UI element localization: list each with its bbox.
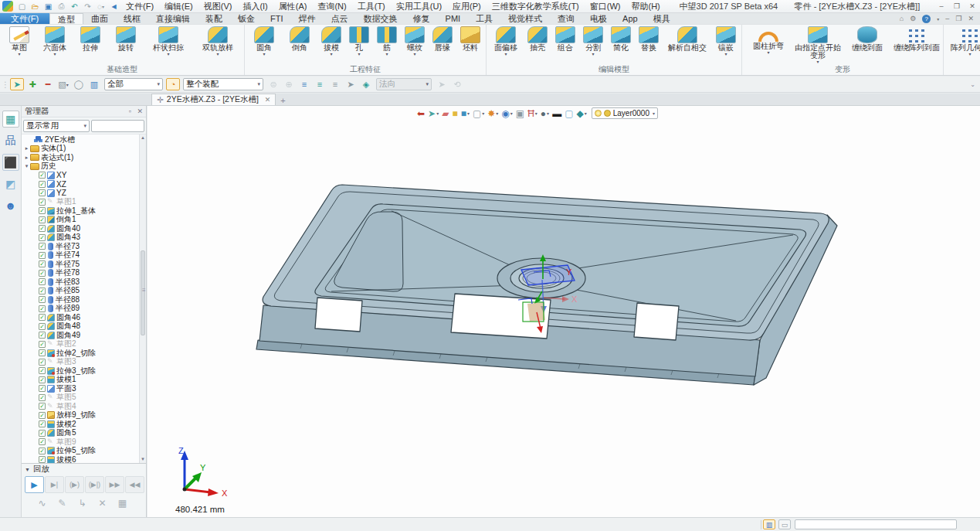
- ribbon-tab-修复[interactable]: 修复: [405, 13, 438, 24]
- dropdown-arrow-icon[interactable]: ▾: [167, 52, 169, 57]
- dropdown-arrow-icon[interactable]: ▾: [767, 50, 769, 56]
- ribbon-button-缠绕阵列到面[interactable]: 缠绕阵列到面: [892, 26, 941, 65]
- filter-combo[interactable]: 全部▾: [104, 78, 163, 90]
- ribbon-tab-钣金[interactable]: 钣金: [230, 13, 263, 24]
- ribbon-button-草图[interactable]: 草图▾: [2, 26, 37, 65]
- visibility-checkbox[interactable]: ✓: [39, 448, 46, 454]
- visibility-checkbox[interactable]: ✓: [39, 349, 46, 356]
- tree-item-XZ[interactable]: ✓XZ: [22, 180, 139, 189]
- dropdown-arrow-icon[interactable]: ▾: [504, 52, 507, 57]
- tree-expand-icon[interactable]: ▾: [23, 163, 30, 169]
- menu-应用(P)[interactable]: 应用(P): [447, 0, 487, 13]
- collapse-panel-icon[interactable]: ▭: [778, 519, 791, 529]
- minimize-button[interactable]: –: [934, 1, 949, 12]
- ribbon-button-筋[interactable]: 筋▾: [373, 26, 401, 65]
- tree-root[interactable]: 2YE水槽: [22, 135, 139, 145]
- ribbon-button-拉伸[interactable]: 拉伸: [73, 26, 108, 65]
- ribbon-button-简化[interactable]: 简化: [607, 26, 635, 65]
- render-manager-icon[interactable]: ◩: [2, 175, 19, 192]
- replay-collapse-icon[interactable]: ▼: [25, 467, 30, 472]
- visibility-checkbox[interactable]: ✓: [39, 234, 46, 241]
- dropdown-arrow-icon[interactable]: ▾: [968, 52, 971, 57]
- manager-pin-icon[interactable]: ▫: [129, 107, 131, 115]
- help-icon[interactable]: ?: [922, 15, 931, 23]
- ribbon-tab-线框[interactable]: 线框: [116, 13, 148, 24]
- visibility-checkbox[interactable]: ✓: [39, 314, 46, 321]
- visibility-checkbox[interactable]: ✓: [39, 181, 46, 188]
- ribbon-button-孔[interactable]: 孔▾: [345, 26, 373, 65]
- open-file-icon[interactable]: 🗁: [29, 1, 41, 12]
- tree-folder-表达式(1)[interactable]: ▸表达式(1): [22, 153, 139, 162]
- tree-filter-input[interactable]: [91, 120, 144, 132]
- dropdown-arrow-icon[interactable]: ▾: [263, 52, 265, 57]
- ribbon-tab-模具[interactable]: 模具: [646, 13, 678, 24]
- tree-item-XY[interactable]: ✓XY: [22, 171, 139, 180]
- tree-item-YZ[interactable]: ✓YZ: [22, 189, 139, 198]
- visibility-checkbox[interactable]: ✓: [39, 376, 46, 383]
- tree-item-半径73[interactable]: ✓半径73: [22, 242, 139, 251]
- ribbon-button-替换[interactable]: 替换: [635, 26, 663, 65]
- ribbon-button-组合[interactable]: 组合: [551, 26, 579, 65]
- dropdown-arrow-icon[interactable]: ▾: [216, 52, 219, 57]
- doc-close-icon[interactable]: ✕: [968, 15, 974, 22]
- edit-tool-button[interactable]: ✎: [53, 495, 72, 512]
- ribbon-button-圆角[interactable]: 圆角▾: [246, 26, 282, 65]
- compass-icon[interactable]: ◈: [359, 78, 373, 90]
- role-manager-icon[interactable]: ☻: [2, 197, 19, 214]
- tree-folder-历史[interactable]: ▾历史: [22, 162, 139, 172]
- menu-插入(I)[interactable]: 插入(I): [237, 0, 273, 13]
- tree-item-半径75[interactable]: ✓半径75: [22, 260, 139, 269]
- restore-button[interactable]: ❐: [949, 1, 965, 12]
- dropdown-arrow-icon[interactable]: ▾: [413, 52, 415, 57]
- tree-item-放样9_切除[interactable]: ✓放样9_切除: [22, 411, 139, 420]
- menu-查询(N)[interactable]: 查询(N): [312, 0, 351, 13]
- ribbon-button-六面体[interactable]: 六面体▾: [37, 26, 73, 65]
- tree-expand-icon[interactable]: ▸: [23, 145, 30, 151]
- ribbon-tab-曲面[interactable]: 曲面: [83, 13, 116, 24]
- add-to-selection-icon[interactable]: ✚: [25, 78, 39, 90]
- collapse-ribbon-icon[interactable]: ⌄: [970, 81, 975, 88]
- visibility-checkbox[interactable]: ✓: [39, 456, 46, 463]
- tree-item-半径74[interactable]: ✓半径74: [22, 251, 139, 260]
- output-panel-icon[interactable]: ▥: [763, 519, 775, 529]
- ribbon-tab-FTI[interactable]: FTI: [263, 13, 291, 24]
- visibility-checkbox[interactable]: ✓: [39, 225, 46, 232]
- tree-item-圆角43[interactable]: ✓圆角43: [22, 233, 139, 243]
- pick-region-icon[interactable]: ▧ ▾: [56, 78, 70, 90]
- scroll-up-icon[interactable]: ▲: [140, 134, 146, 141]
- ribbon-button-倒角[interactable]: 倒角: [282, 26, 317, 65]
- new-file-icon[interactable]: ▢: [16, 1, 28, 12]
- command-input[interactable]: [795, 519, 957, 529]
- close-button[interactable]: ✕: [965, 1, 980, 12]
- ribbon-button-杆状扫掠[interactable]: 杆状扫掠▾: [144, 26, 193, 65]
- visibility-checkbox[interactable]: ✓: [39, 252, 46, 259]
- rewind-button[interactable]: ◀◀: [125, 476, 144, 493]
- ribbon-tab-焊件[interactable]: 焊件: [291, 13, 324, 24]
- menu-视图(V)[interactable]: 视图(V): [198, 0, 238, 13]
- visibility-checkbox[interactable]: ✓: [39, 385, 46, 392]
- document-tab[interactable]: ✛ 2YE水槽X.Z3 - [2YE水槽] ✕: [151, 94, 276, 105]
- visibility-checkbox[interactable]: ✓: [39, 270, 46, 277]
- visibility-checkbox[interactable]: ✓: [39, 438, 46, 445]
- visibility-checkbox[interactable]: ✓: [39, 403, 46, 410]
- visibility-checkbox[interactable]: ✓: [39, 296, 46, 303]
- doc-restore-icon[interactable]: ❐: [955, 15, 961, 22]
- doc-tab-close-icon[interactable]: ✕: [265, 96, 271, 104]
- menu-三维数字化教学系统(T)[interactable]: 三维数字化教学系统(T): [487, 0, 585, 13]
- visual-manager-icon[interactable]: ⬛: [2, 154, 19, 171]
- ribbon-tab-装配[interactable]: 装配: [198, 13, 230, 24]
- visibility-checkbox[interactable]: ✓: [39, 394, 46, 401]
- selection-set-icon[interactable]: ◌▾: [95, 1, 107, 12]
- ribbon-button-阵列几何体[interactable]: 阵列几何体▾: [945, 26, 980, 65]
- dropdown-arrow-icon[interactable]: ▾: [18, 52, 20, 57]
- visibility-checkbox[interactable]: ✓: [39, 359, 46, 366]
- ribbon-tab-造型[interactable]: 造型: [49, 13, 83, 24]
- ribbon-tab-PMI[interactable]: PMI: [438, 13, 469, 24]
- help-dropdown-icon[interactable]: ▾: [937, 16, 939, 22]
- visibility-checkbox[interactable]: ✓: [39, 323, 46, 330]
- remove-from-selection-icon[interactable]: ━: [41, 78, 55, 90]
- dropdown-arrow-icon[interactable]: ▾: [724, 52, 727, 57]
- visibility-checkbox[interactable]: ✓: [39, 412, 46, 419]
- menu-帮助(H)[interactable]: 帮助(H): [626, 0, 666, 13]
- ribbon-tab-视觉样式[interactable]: 视觉样式: [500, 13, 550, 24]
